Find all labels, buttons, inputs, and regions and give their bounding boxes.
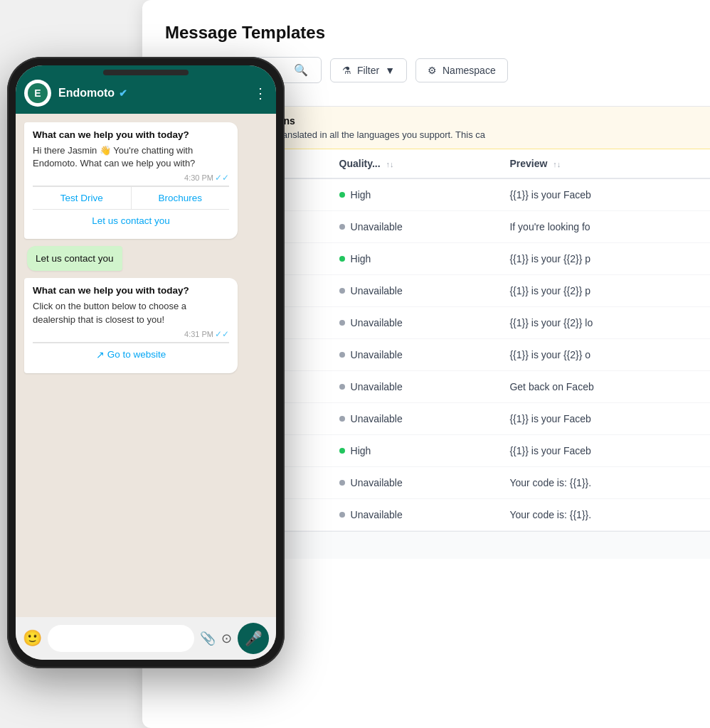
- quality-dot: [339, 416, 345, 422]
- gear-icon: ⚙: [428, 65, 437, 76]
- menu-icon[interactable]: ⋮: [253, 85, 267, 102]
- cell-preview: {{1}} is your {{2}} p: [498, 275, 710, 307]
- bubble2-text: Click on the button below to choose a de…: [33, 300, 229, 326]
- verified-badge: ✔: [119, 87, 127, 99]
- attach-button[interactable]: 📎: [200, 631, 216, 646]
- svg-text:E: E: [34, 87, 41, 99]
- sort-icon-quality[interactable]: ↑↓: [386, 160, 394, 168]
- read-receipts-2: ✓✓: [215, 329, 229, 339]
- emoji-button[interactable]: 🙂: [23, 629, 42, 648]
- cell-quality: Unavailable: [328, 499, 499, 531]
- quality-dot: [339, 352, 345, 358]
- cell-preview: {{1}} is your {{2}} o: [498, 339, 710, 371]
- phone-outer-frame: E Endomoto ✔ ⋮ What can we help you with…: [7, 57, 285, 668]
- quality-label: Unavailable: [351, 509, 403, 520]
- cell-quality: High: [328, 435, 499, 467]
- quality-label: Unavailable: [351, 317, 403, 328]
- read-receipts: ✓✓: [215, 173, 229, 183]
- cell-preview: Get back on Faceb: [498, 371, 710, 403]
- whatsapp-input-bar: 🙂 📎 ⊙ 🎤: [16, 617, 276, 660]
- cell-quality: Unavailable: [328, 307, 499, 339]
- quality-dot: [339, 320, 345, 326]
- filter-funnel-icon: ⚗: [342, 65, 351, 76]
- bubble-incoming-2: What can we help you with today? Click o…: [24, 278, 238, 373]
- contact-info: Endomoto ✔: [58, 87, 246, 100]
- quality-label: Unavailable: [351, 349, 403, 360]
- contact-us-button[interactable]: Let us contact you: [33, 209, 229, 232]
- cell-quality: Unavailable: [328, 467, 499, 499]
- namespace-button[interactable]: ⚙ Namespace: [415, 58, 508, 82]
- message-input[interactable]: [48, 625, 194, 652]
- whatsapp-chat-body: What can we help you with today? Hi ther…: [16, 114, 276, 617]
- sort-icon-preview[interactable]: ↑↓: [553, 160, 561, 168]
- mic-button[interactable]: 🎤: [238, 623, 269, 654]
- quality-dot: [339, 384, 345, 390]
- quality-dot: [339, 288, 345, 294]
- mic-icon: 🎤: [245, 630, 263, 647]
- camera-button[interactable]: ⊙: [221, 631, 232, 646]
- cell-preview: {{1}} is your Faceb: [498, 435, 710, 467]
- quality-dot: [339, 480, 345, 486]
- test-drive-button[interactable]: Test Drive: [33, 187, 132, 209]
- quality-dot: [339, 512, 345, 518]
- namespace-label: Namespace: [443, 65, 496, 76]
- bubble-outgoing-1: Let us contact you: [27, 246, 122, 271]
- cell-quality: Unavailable: [328, 371, 499, 403]
- cell-preview: If you're looking fo: [498, 211, 710, 243]
- bubble1-text: Hi there Jasmin 👋 You're chatting with E…: [33, 144, 229, 170]
- quality-label: Unavailable: [351, 381, 403, 392]
- quality-label: Unavailable: [351, 413, 403, 424]
- bubble2-title: What can we help you with today?: [33, 285, 229, 296]
- col-preview: Preview ↑↓: [498, 149, 710, 178]
- external-link-icon: ↗: [96, 349, 105, 360]
- cell-preview: Your code is: {{1}}.: [498, 467, 710, 499]
- bubble1-timestamp: 4:30 PM ✓✓: [33, 173, 229, 183]
- contact-name: Endomoto ✔: [58, 87, 246, 100]
- quality-dot: [339, 192, 345, 198]
- cell-quality: Unavailable: [328, 275, 499, 307]
- brochures-button[interactable]: Brochures: [132, 187, 230, 209]
- website-button-container: ↗ Go to website: [33, 342, 229, 366]
- phone-screen: E Endomoto ✔ ⋮ What can we help you with…: [16, 65, 276, 660]
- cell-quality: High: [328, 178, 499, 211]
- col-quality: Quality... ↑↓: [328, 149, 499, 178]
- quality-label: Unavailable: [351, 285, 403, 296]
- quality-dot: [339, 224, 345, 230]
- cell-preview: {{1}} is your {{2}} lo: [498, 307, 710, 339]
- quick-reply-row-1: Test Drive Brochures: [33, 186, 229, 209]
- quality-dot: [339, 448, 345, 454]
- filter-label: Filter: [357, 65, 379, 76]
- avatar: E: [24, 80, 51, 107]
- phone-mockup: E Endomoto ✔ ⋮ What can we help you with…: [7, 57, 292, 682]
- page-title: Message Templates: [165, 23, 687, 43]
- quality-label: Unavailable: [351, 221, 403, 232]
- go-to-website-button[interactable]: ↗ Go to website: [33, 343, 229, 366]
- phone-notch: [103, 70, 189, 75]
- quality-label: Unavailable: [351, 477, 403, 488]
- bubble2-timestamp: 4:31 PM ✓✓: [33, 329, 229, 339]
- cell-quality: Unavailable: [328, 339, 499, 371]
- quality-label: High: [351, 253, 371, 264]
- outgoing-text: Let us contact you: [36, 253, 114, 264]
- filter-button[interactable]: ⚗ Filter ▼: [330, 58, 407, 82]
- bubble-incoming-1: What can we help you with today? Hi ther…: [24, 122, 238, 239]
- search-icon: 🔍: [294, 63, 308, 77]
- cell-quality: Unavailable: [328, 403, 499, 435]
- cell-preview: {{1}} is your Faceb: [498, 178, 710, 211]
- cell-preview: {{1}} is your Faceb: [498, 403, 710, 435]
- quality-label: High: [351, 189, 371, 200]
- cell-preview: {{1}} is your {{2}} p: [498, 243, 710, 275]
- quick-replies: Test Drive Brochures Let us contact you: [33, 186, 229, 232]
- website-link[interactable]: ↗ Go to website: [36, 349, 226, 360]
- cell-quality: High: [328, 243, 499, 275]
- bubble1-title: What can we help you with today?: [33, 129, 229, 140]
- quality-dot: [339, 256, 345, 262]
- quality-label: High: [351, 445, 371, 456]
- cell-quality: Unavailable: [328, 211, 499, 243]
- filter-dropdown-icon: ▼: [385, 65, 395, 76]
- cell-preview: Your code is: {{1}}.: [498, 499, 710, 531]
